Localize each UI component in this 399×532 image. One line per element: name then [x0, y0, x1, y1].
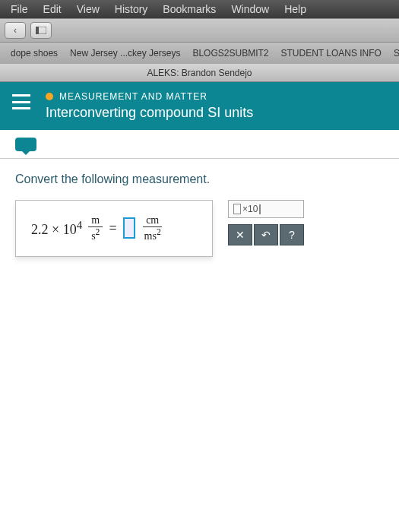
question-prompt: Convert the following measurement.	[15, 173, 384, 186]
menu-bookmarks[interactable]: Bookmarks	[155, 3, 223, 15]
topic-title: Interconverting compound SI units	[46, 105, 253, 121]
hamburger-icon[interactable]	[12, 94, 30, 109]
sidebar-toggle-button[interactable]	[30, 22, 52, 39]
equation-box: 2.2 × 104 m s2 = cm ms2	[15, 200, 213, 257]
back-button[interactable]: ‹	[5, 22, 26, 39]
placeholder-box-icon	[259, 204, 261, 214]
bookmark-item[interactable]: BLOGS2SUBMIT2	[186, 48, 274, 59]
menu-history[interactable]: History	[107, 3, 156, 15]
rhs-unit-fraction: cm ms2	[141, 214, 164, 242]
bookmark-item[interactable]: New Jersey ...ckey Jerseys	[64, 48, 186, 59]
bookmarks-bar: dope shoes New Jersey ...ckey Jerseys BL…	[0, 43, 399, 64]
undo-button[interactable]: ↶	[254, 224, 278, 245]
topic-category: MEASUREMENT AND MATTER	[46, 91, 253, 102]
os-menubar: File Edit View History Bookmarks Window …	[0, 0, 399, 18]
menu-window[interactable]: Window	[223, 3, 277, 15]
menu-help[interactable]: Help	[277, 3, 314, 15]
rhs-numerator: cm	[143, 214, 162, 227]
tab-title: ALEKS: Brandon Sendejo	[0, 64, 399, 82]
sci-notation-template[interactable]: ×10	[228, 200, 304, 218]
lhs-numerator: m	[88, 214, 103, 227]
exponent: 4	[77, 219, 83, 231]
bookmark-item[interactable]: STUDENT	[388, 48, 399, 59]
breadcrumb-bar	[0, 130, 399, 159]
menu-view[interactable]: View	[69, 3, 107, 15]
lhs-unit-fraction: m s2	[88, 214, 103, 242]
placeholder-box-icon	[233, 204, 241, 214]
breadcrumb-dropdown[interactable]	[15, 138, 36, 151]
browser-toolbar: ‹	[0, 18, 399, 43]
equals-sign: =	[109, 220, 116, 236]
content-area: Convert the following measurement. 2.2 ×…	[0, 159, 399, 532]
aleks-header: MEASUREMENT AND MATTER Interconverting c…	[0, 82, 399, 130]
bookmark-item[interactable]: dope shoes	[5, 48, 64, 59]
input-tools: ×10 ✕ ↶ ?	[228, 200, 304, 245]
help-button[interactable]: ?	[280, 224, 304, 245]
lhs-denominator: s2	[88, 227, 103, 242]
bookmark-item[interactable]: STUDENT LOANS INFO	[274, 48, 387, 59]
sidebar-icon	[36, 27, 46, 34]
clear-button[interactable]: ✕	[228, 224, 252, 245]
coefficient: 2.2 × 104	[31, 219, 82, 238]
answer-input[interactable]	[123, 217, 135, 239]
svg-rect-1	[36, 27, 39, 34]
menu-file[interactable]: File	[3, 3, 36, 15]
rhs-denominator: ms2	[141, 227, 164, 242]
status-dot-icon	[46, 93, 53, 100]
menu-edit[interactable]: Edit	[36, 3, 69, 15]
category-label: MEASUREMENT AND MATTER	[59, 91, 207, 102]
